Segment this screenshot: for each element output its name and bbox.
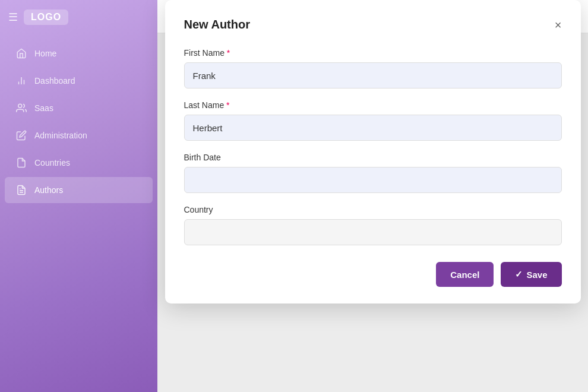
last-name-group: Last Name * [184, 100, 562, 141]
administration-icon [15, 129, 27, 141]
page-content: + + New Author New Author × [157, 33, 588, 392]
save-check-icon: ✓ [515, 269, 523, 280]
country-label: Country [184, 205, 562, 214]
modal-footer: Cancel ✓ Save [184, 262, 562, 287]
right-panel: 🌐 English A admin ⤢ + + New Author [157, 0, 588, 392]
save-label: Save [526, 270, 547, 280]
saas-icon [15, 102, 27, 114]
sidebar-item-saas-label: Saas [34, 103, 53, 113]
app-container: ☰ LOGO Home Dashboard [0, 0, 588, 392]
authors-icon [15, 184, 27, 196]
modal-title: New Author [184, 18, 250, 31]
sidebar-item-countries[interactable]: Countries [5, 150, 153, 176]
logo: LOGO [24, 10, 68, 25]
first-name-required: * [227, 48, 230, 58]
countries-icon [15, 157, 27, 169]
first-name-group: First Name * [184, 48, 562, 88]
sidebar-item-dashboard[interactable]: Dashboard [5, 68, 153, 94]
home-icon [15, 48, 27, 59]
sidebar-item-authors[interactable]: Authors [5, 177, 153, 203]
sidebar-nav: Home Dashboard [0, 34, 157, 209]
sidebar-item-administration[interactable]: Administration [5, 122, 153, 148]
birth-date-label: Birth Date [184, 153, 562, 162]
sidebar-header: ☰ LOGO [0, 0, 157, 34]
svg-point-3 [18, 104, 22, 108]
country-group: Country [184, 205, 562, 245]
save-button[interactable]: ✓ Save [501, 262, 561, 287]
hamburger-icon[interactable]: ☰ [8, 11, 18, 24]
last-name-required: * [226, 100, 229, 110]
birth-date-input[interactable] [184, 167, 562, 193]
last-name-label: Last Name * [184, 100, 562, 110]
birth-date-group: Birth Date [184, 153, 562, 193]
sidebar-item-home[interactable]: Home [5, 40, 153, 67]
sidebar-item-saas[interactable]: Saas [5, 95, 153, 121]
first-name-input[interactable] [184, 62, 562, 88]
dashboard-icon [15, 75, 27, 87]
modal-close-button[interactable]: × [555, 19, 562, 31]
country-input[interactable] [184, 219, 562, 245]
sidebar-item-administration-label: Administration [34, 131, 87, 140]
sidebar-item-authors-label: Authors [34, 185, 63, 195]
modal-header: New Author × [184, 18, 562, 31]
cancel-button[interactable]: Cancel [436, 262, 494, 287]
last-name-input[interactable] [184, 115, 562, 141]
first-name-label: First Name * [184, 48, 562, 58]
sidebar-item-home-label: Home [34, 49, 56, 58]
modal-overlay: New Author × First Name * Last Name [157, 33, 588, 392]
new-author-modal: New Author × First Name * Last Name [165, 0, 581, 304]
sidebar-item-countries-label: Countries [34, 158, 70, 167]
sidebar-item-dashboard-label: Dashboard [34, 76, 75, 86]
sidebar: ☰ LOGO Home Dashboard [0, 0, 157, 392]
